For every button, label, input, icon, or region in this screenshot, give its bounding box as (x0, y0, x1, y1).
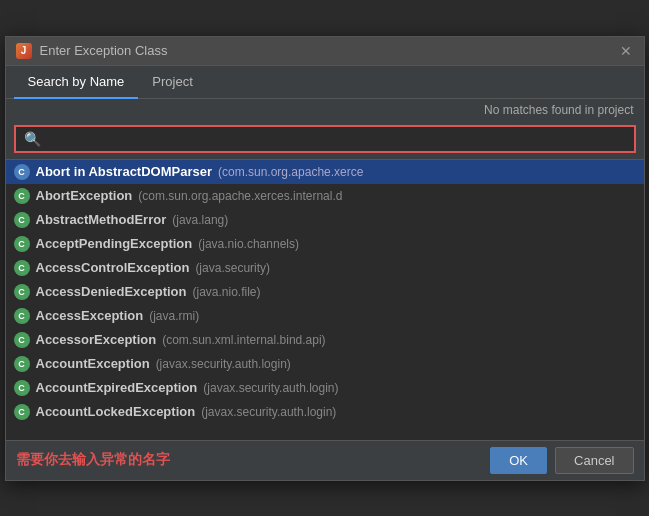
list-item[interactable]: CAcceptPendingException (java.nio.channe… (6, 232, 644, 256)
result-type-icon: C (14, 380, 30, 396)
list-item[interactable]: CAbstractMethodError (java.lang) (6, 208, 644, 232)
result-type-icon: C (14, 308, 30, 324)
list-item[interactable]: CAccountLockedException (javax.security.… (6, 400, 644, 424)
list-item[interactable]: CAbortException (com.sun.org.apache.xerc… (6, 184, 644, 208)
list-item[interactable]: CAccountException (javax.security.auth.l… (6, 352, 644, 376)
no-matches-text: No matches found in project (484, 103, 633, 117)
result-class-name: Abort in AbstractDOMParser (36, 164, 213, 179)
tab-search-by-name[interactable]: Search by Name (14, 66, 139, 99)
result-package-name: (java.security) (195, 261, 270, 275)
title-bar-left: J Enter Exception Class (16, 43, 168, 59)
result-package-name: (java.nio.channels) (198, 237, 299, 251)
tabs-row: Search by Name Project (6, 66, 644, 99)
result-class-name: AbstractMethodError (36, 212, 167, 227)
result-class-name: AccountLockedException (36, 404, 196, 419)
bottom-bar: 需要你去输入异常的名字 OK Cancel (6, 440, 644, 480)
result-type-icon: C (14, 332, 30, 348)
result-package-name: (java.nio.file) (193, 285, 261, 299)
result-type-icon: C (14, 188, 30, 204)
ok-button[interactable]: OK (490, 447, 547, 474)
result-package-name: (javax.security.auth.login) (156, 357, 291, 371)
result-type-icon: C (14, 212, 30, 228)
result-class-name: AccessControlException (36, 260, 190, 275)
result-class-name: AccessDeniedException (36, 284, 187, 299)
result-type-icon: C (14, 236, 30, 252)
title-bar: J Enter Exception Class ✕ (6, 37, 644, 66)
result-package-name: (javax.security.auth.login) (201, 405, 336, 419)
result-type-icon: C (14, 284, 30, 300)
result-class-name: AcceptPendingException (36, 236, 193, 251)
search-box: 🔍 (14, 125, 636, 153)
result-class-name: AbortException (36, 188, 133, 203)
result-type-icon: C (14, 404, 30, 420)
bottom-note-text: 需要你去输入异常的名字 (16, 451, 170, 469)
result-class-name: AccountException (36, 356, 150, 371)
result-type-icon: C (14, 164, 30, 180)
result-package-name: (java.lang) (172, 213, 228, 227)
list-item[interactable]: CAccessControlException (java.security) (6, 256, 644, 280)
cancel-button[interactable]: Cancel (555, 447, 633, 474)
result-package-name: (com.sun.org.apache.xerce (218, 165, 363, 179)
button-row: OK Cancel (490, 447, 633, 474)
result-type-icon: C (14, 356, 30, 372)
no-matches-bar: No matches found in project (6, 99, 644, 121)
result-package-name: (com.sun.org.apache.xerces.internal.d (138, 189, 342, 203)
results-list: CAbort in AbstractDOMParser (com.sun.org… (6, 160, 644, 440)
list-item[interactable]: CAccessDeniedException (java.nio.file) (6, 280, 644, 304)
enter-exception-dialog: J Enter Exception Class ✕ Search by Name… (5, 36, 645, 481)
result-package-name: (java.rmi) (149, 309, 199, 323)
search-input[interactable] (47, 131, 626, 146)
result-class-name: AccessorException (36, 332, 157, 347)
list-item[interactable]: CAccessorException (com.sun.xml.internal… (6, 328, 644, 352)
result-type-icon: C (14, 260, 30, 276)
list-item[interactable]: CAbort in AbstractDOMParser (com.sun.org… (6, 160, 644, 184)
close-button[interactable]: ✕ (618, 43, 634, 59)
result-class-name: AccountExpiredException (36, 380, 198, 395)
result-package-name: (com.sun.xml.internal.bind.api) (162, 333, 325, 347)
result-package-name: (javax.security.auth.login) (203, 381, 338, 395)
list-item[interactable]: CAccessException (java.rmi) (6, 304, 644, 328)
dialog-title: Enter Exception Class (40, 43, 168, 58)
result-class-name: AccessException (36, 308, 144, 323)
app-icon: J (16, 43, 32, 59)
search-row: 🔍 (6, 121, 644, 160)
tab-project[interactable]: Project (138, 66, 206, 99)
list-item[interactable]: CAccountExpiredException (javax.security… (6, 376, 644, 400)
search-icon: 🔍 (24, 131, 41, 147)
